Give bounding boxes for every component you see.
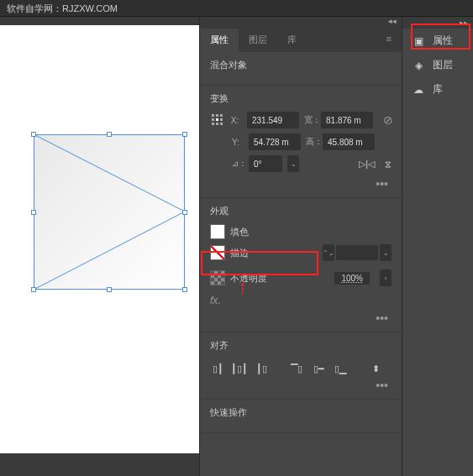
quick-title: 快速操作 [210,406,392,419]
svg-rect-5 [220,118,223,121]
align-bottom[interactable]: ▯▁ [333,362,348,375]
blend-title: 混合对象 [210,59,392,71]
opacity-row: 不透明度 100% › [210,266,392,290]
stroke-swatch[interactable] [210,245,225,260]
w-label: 宽： [304,114,316,126]
tab-layers[interactable]: 图层 [239,29,277,52]
opacity-swatch[interactable] [210,270,225,285]
svg-rect-1 [216,114,218,117]
svg-rect-3 [212,118,214,121]
handle-bot-mid[interactable] [107,287,112,292]
handle-mid-left[interactable] [31,210,36,215]
library-icon: ☁ [411,83,426,97]
align-section: 对齐 ▯┃ ┃▯┃ ┃▯ ▔▯ ▯━ ▯▁ ⬍ ••• [200,332,402,400]
side-tab-layers[interactable]: ◈ 图层 [402,53,473,77]
fill-label: 填色 [230,226,392,238]
side-label-properties: 属性 [433,34,453,48]
tab-library[interactable]: 库 [277,29,307,52]
fill-swatch[interactable] [210,224,225,239]
side-label-layers: 图层 [433,58,453,72]
properties-icon: ▣ [411,34,426,48]
panel-tabs: 属性 图层 库 ≡ [200,29,402,52]
handle-bot-left[interactable] [31,287,36,292]
reference-point-icon[interactable] [210,112,226,128]
side-panel-tabs: ▸▸ ▣ 属性 ◈ 图层 ☁ 库 [402,17,473,476]
transform-section: 变换 X: 宽： ⊘ Y: 高： ⊿： [200,86,402,198]
align-vcenter[interactable]: ▯━ [311,362,326,375]
fill-row: 填色 [210,224,392,239]
svg-rect-0 [212,114,214,117]
svg-rect-6 [212,123,214,125]
panel-menu-icon[interactable]: ≡ [376,29,402,52]
handle-top-left[interactable] [31,132,36,137]
flip-v-icon[interactable]: ⧖ [385,159,392,170]
tab-properties[interactable]: 属性 [200,29,239,52]
side-tab-properties[interactable]: ▣ 属性 [402,29,473,53]
x-input[interactable] [247,112,299,128]
side-tab-library[interactable]: ☁ 库 [402,77,473,102]
align-left[interactable]: ▯┃ [210,362,225,375]
handle-top-right[interactable] [182,132,187,137]
y-label: Y: [232,138,244,147]
angle-input[interactable] [249,155,282,172]
transform-title: 变换 [210,92,392,105]
layers-icon: ◈ [411,59,426,72]
distribute-v[interactable]: ⬍ [368,362,383,375]
opacity-expand[interactable]: › [380,269,392,286]
h-label: 高： [306,136,318,148]
link-icon[interactable]: ⊘ [383,113,393,127]
watermark-bar: 软件自学网：RJZXW.COM [0,0,473,17]
x-label: X: [231,116,242,125]
svg-rect-8 [220,123,223,125]
side-label-library: 库 [433,82,443,97]
width-input[interactable] [321,112,373,128]
properties-panel: ◂◂ 属性 图层 库 ≡ 混合对象 变换 X: 宽： ⊘ [199,17,402,476]
handle-bot-right[interactable] [182,287,187,292]
stroke-weight[interactable]: ⌃⌄ ⌄ [323,244,392,261]
stroke-row: 描边 ⌃⌄ ⌄ [210,244,392,261]
height-input[interactable] [323,133,375,150]
selected-object[interactable] [34,134,185,290]
appearance-more[interactable]: ••• [210,311,392,325]
panel-collapse-icon[interactable]: ◂◂ [200,17,402,29]
svg-rect-2 [220,114,223,117]
svg-rect-7 [216,123,218,125]
stroke-label: 描边 [230,247,318,259]
appearance-title: 外观 [210,205,392,217]
align-title: 对齐 [210,339,392,352]
watermark-text: 软件自学网：RJZXW.COM [7,3,118,13]
appearance-section: 外观 填色 描边 ⌃⌄ ⌄ 不透明度 100% › f [200,198,402,332]
flip-h-icon[interactable]: ▷|◁ [359,159,375,170]
canvas-area[interactable] [0,17,199,476]
opacity-value[interactable]: 100% [334,272,370,285]
angle-dropdown[interactable]: ⌄ [287,155,299,172]
blend-section: 混合对象 [200,52,402,86]
transform-more[interactable]: ••• [210,177,392,191]
svg-rect-4 [216,118,218,121]
fx-icon[interactable]: fx. [210,295,221,306]
y-input[interactable] [249,133,301,150]
align-right[interactable]: ┃▯ [254,362,269,375]
align-more[interactable]: ••• [210,379,392,392]
sidebar-collapse[interactable]: ▸▸ [402,17,473,29]
handle-mid-right[interactable] [182,210,187,215]
quick-section: 快速操作 [200,400,402,433]
handle-top-mid[interactable] [107,132,112,137]
align-top[interactable]: ▔▯ [289,362,304,375]
opacity-label: 不透明度 [230,272,329,285]
align-hcenter[interactable]: ┃▯┃ [232,362,247,375]
angle-label: ⊿： [232,158,244,170]
